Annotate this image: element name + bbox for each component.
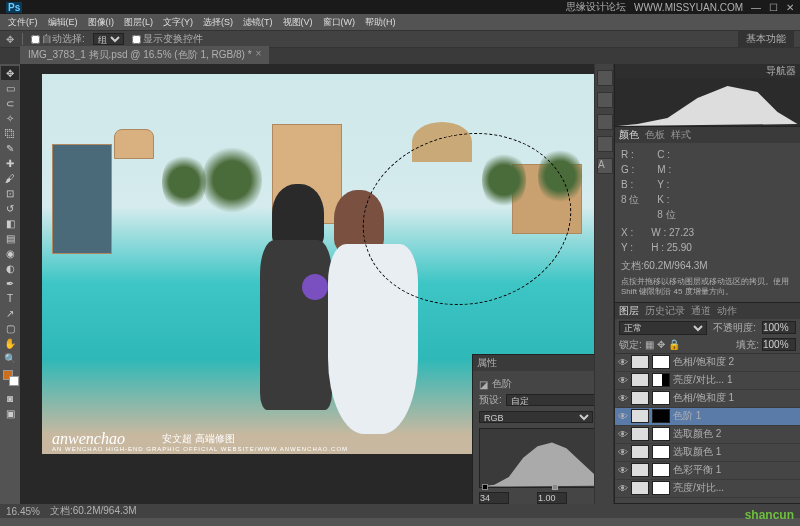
visibility-icon[interactable]: 👁 [618,393,628,404]
document-tab-bar: IMG_3783_1 拷贝.psd @ 16.5% (色阶 1, RGB/8) … [0,48,800,64]
move-tool-icon[interactable]: ✥ [6,34,14,45]
blur-tool[interactable]: ◉ [1,246,19,260]
levels-histogram[interactable] [479,428,594,488]
actions-tab[interactable]: 动作 [717,304,737,318]
adjust-icon[interactable] [597,136,613,152]
blend-mode-select[interactable]: 正常 [619,321,707,335]
gamma-slider[interactable] [552,484,558,490]
history-tab[interactable]: 历史记录 [645,304,685,318]
histogram-panel[interactable] [615,78,800,126]
quickmask-tool[interactable]: ◙ [1,391,19,405]
preset-select[interactable]: 自定 [506,394,594,406]
maximize-icon[interactable]: ☐ [769,2,778,13]
ps-logo-icon: Ps [6,2,22,13]
input-shadow[interactable] [479,492,509,504]
type-panel-icon[interactable]: A [597,158,613,174]
shadow-slider[interactable] [482,484,488,490]
visibility-icon[interactable]: 👁 [618,429,628,440]
close-icon[interactable]: ✕ [786,2,794,13]
layer-row[interactable]: 👁亮度/对比... [615,480,800,498]
eraser-tool[interactable]: ◧ [1,216,19,230]
move-tool[interactable]: ✥ [1,66,19,80]
watermark-sub: AN WENCHAO HIGH-END GRAPHIC OFFICIAL WEB… [52,446,348,452]
minimize-icon[interactable]: — [751,2,761,13]
marquee-tool[interactable]: ▭ [1,81,19,95]
properties-panel: 属性 ◪色阶 预设:自定 RGB自动 输出色阶: [472,354,594,504]
lasso-tool[interactable]: ⊂ [1,96,19,110]
menu-edit[interactable]: 编辑(E) [44,16,82,29]
layer-row[interactable]: 👁色相/饱和度 2 [615,354,800,372]
properties-tab[interactable]: 属性 [477,356,497,370]
layer-row[interactable]: 👁色彩平衡 1 [615,462,800,480]
navigator-tab[interactable]: 导航器 [766,65,796,76]
menu-layer[interactable]: 图层(L) [120,16,157,29]
source-brand: 思缘设计论坛 [566,0,626,14]
lock-position-icon[interactable]: ✥ [657,339,665,350]
type-tool[interactable]: T [1,291,19,305]
heal-tool[interactable]: ✚ [1,156,19,170]
menu-select[interactable]: 选择(S) [199,16,237,29]
zoom-tool[interactable]: 🔍 [1,351,19,365]
workspace-switcher[interactable]: 基本功能 [738,31,794,47]
lock-pixels-icon[interactable]: ▦ [645,339,654,350]
auto-select-type[interactable]: 组 [93,33,124,45]
layers-list: 👁色相/饱和度 2 👁亮度/对比... 1 👁色相/饱和度 1 👁色阶 1 👁选… [615,354,800,498]
hand-tool[interactable]: ✋ [1,336,19,350]
layers-tab[interactable]: 图层 [619,304,639,318]
document-tab[interactable]: IMG_3783_1 拷贝.psd @ 16.5% (色阶 1, RGB/8) … [20,46,269,64]
gradient-tool[interactable]: ▤ [1,231,19,245]
show-transform-checkbox[interactable]: 显示变换控件 [132,32,203,46]
styles-tab[interactable]: 样式 [671,128,691,142]
status-docsize: 文档:60.2M/964.3M [50,504,137,518]
visibility-icon[interactable]: 👁 [618,465,628,476]
channel-select[interactable]: RGB [479,411,593,423]
history-icon[interactable] [597,70,613,86]
layer-row[interactable]: 👁色相/饱和度 1 [615,390,800,408]
auto-select-checkbox[interactable]: 自动选择: [31,32,85,46]
zoom-level[interactable]: 16.45% [6,506,40,517]
channels-tab[interactable]: 通道 [691,304,711,318]
menu-image[interactable]: 图像(I) [84,16,119,29]
path-tool[interactable]: ↗ [1,306,19,320]
layer-row[interactable]: 👁选取颜色 2 [615,426,800,444]
crop-tool[interactable]: ⿻ [1,126,19,140]
screenmode-tool[interactable]: ▣ [1,406,19,420]
menu-view[interactable]: 视图(V) [279,16,317,29]
info-panel: R :G :B :8 位 C :M :Y :K :8 位 X :Y : W : … [615,143,800,302]
history-brush-tool[interactable]: ↺ [1,201,19,215]
lock-all-icon[interactable]: 🔒 [668,339,680,350]
menu-window[interactable]: 窗口(W) [319,16,360,29]
mb-icon[interactable] [597,114,613,130]
shape-tool[interactable]: ▢ [1,321,19,335]
canvas-area[interactable]: anwenchao 安文超 高端修图 AN WENCHAO HIGH-END G… [20,64,594,504]
color-tab[interactable]: 颜色 [619,128,639,142]
layer-row[interactable]: 👁色阶 1 [615,408,800,426]
menu-filter[interactable]: 滤镜(T) [239,16,277,29]
visibility-icon[interactable]: 👁 [618,375,628,386]
layer-row[interactable]: 👁选取颜色 1 [615,444,800,462]
stamp-tool[interactable]: ⊡ [1,186,19,200]
visibility-icon[interactable]: 👁 [618,447,628,458]
swatches-tab[interactable]: 色板 [645,128,665,142]
visibility-icon[interactable]: 👁 [618,357,628,368]
visibility-icon[interactable]: 👁 [618,483,628,494]
menu-type[interactable]: 文字(Y) [159,16,197,29]
menu-help[interactable]: 帮助(H) [361,16,400,29]
char-icon[interactable] [597,92,613,108]
visibility-icon[interactable]: 👁 [618,411,628,422]
opacity-input[interactable] [762,321,796,334]
info-docsize: 文档:60.2M/964.3M [621,258,794,273]
source-url: WWW.MISSYUAN.COM [634,2,743,13]
background-color[interactable] [9,376,19,386]
layer-row[interactable]: 👁亮度/对比... 1 [615,372,800,390]
menu-file[interactable]: 文件(F) [4,16,42,29]
pen-tool[interactable]: ✒ [1,276,19,290]
fill-input[interactable] [762,338,796,351]
eyedropper-tool[interactable]: ✎ [1,141,19,155]
tab-close-icon[interactable]: × [256,48,262,62]
wand-tool[interactable]: ✧ [1,111,19,125]
color-swatches[interactable] [1,370,19,390]
input-gamma[interactable] [537,492,567,504]
brush-tool[interactable]: 🖌 [1,171,19,185]
dodge-tool[interactable]: ◐ [1,261,19,275]
